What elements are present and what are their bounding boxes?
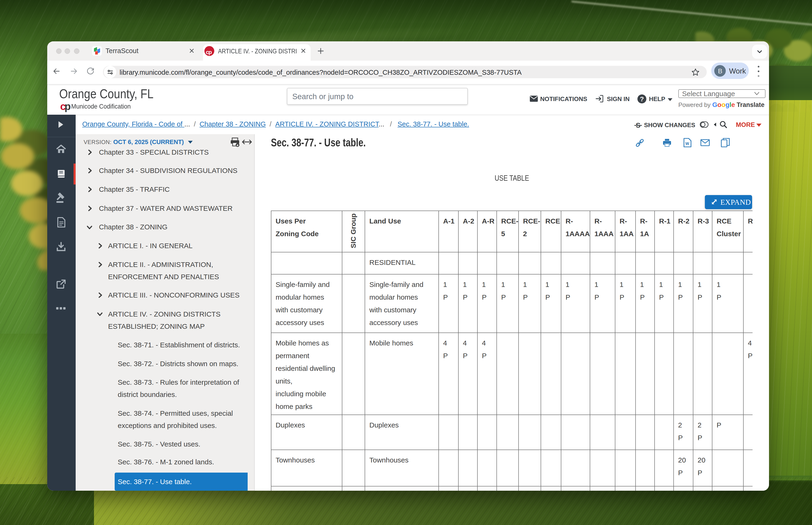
svg-text:W: W [685,141,689,146]
